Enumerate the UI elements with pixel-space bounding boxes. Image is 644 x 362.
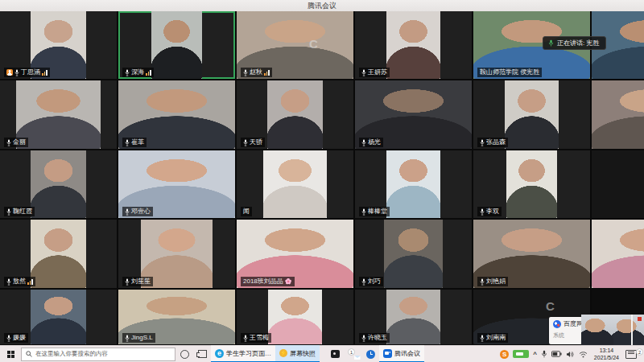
participant-video [267,80,324,149]
participant-video [386,150,440,218]
participant-name-label: 刘巧 [359,277,383,286]
participant-name: 赵秋 [250,68,262,77]
taskbar-app-clock[interactable] [361,346,379,362]
mic-icon [6,139,11,146]
participant-name-label: 鞍山师范学院 侯宪胜 [477,68,542,77]
battery-widget-icon[interactable] [513,350,529,358]
participant-video [268,290,322,344]
meeting-app-label: 腾讯会议 [394,349,420,358]
participant-tile-敖然[interactable]: 敖然 [0,220,118,290]
task-view-icon [198,350,207,358]
mic-icon [548,39,554,47]
cortana-button[interactable] [175,346,193,362]
participant-tile-闻[interactable]: 闻 [237,150,355,220]
participant-name-label: 天骄 [241,138,265,147]
participant-tile-金丽[interactable]: 金丽 [0,80,118,150]
participant-name-label: 金丽 [4,138,28,147]
participant-name-label: 棒棒堂 [359,207,390,216]
participant-name: 闻 [243,207,250,216]
participant-tile-2018班刘晶晶[interactable]: 2018班刘晶晶🌸 [237,220,355,290]
taskbar-clock[interactable]: 13:14 2021/5/24 [592,347,621,361]
participant-tile[interactable] [592,150,644,220]
browser-app-label: 学生学习页面 - 联... [226,349,271,358]
network-icon[interactable] [579,351,588,358]
participant-tile-张晶森[interactable]: 张晶森 [473,80,592,150]
participant-name: 敖然 [13,277,26,286]
speaker-icon[interactable] [566,351,575,358]
battery-icon[interactable] [551,351,562,357]
participant-tile-深海[interactable]: 深海 [118,11,237,80]
participant-name: 刘笙笙 [131,277,151,286]
keyboard-icon[interactable] [625,350,637,359]
participant-tile-许晓玉[interactable]: 许晓玉 [355,290,473,346]
participant-tile-媛媛[interactable]: 媛媛 [0,290,118,346]
participant-tile-李双[interactable]: 李双 [473,150,592,220]
start-button[interactable] [0,346,21,362]
participant-tile-丁思涵[interactable]: 丁思涵 [0,11,118,80]
participant-video [592,80,644,149]
mic-icon [480,278,485,286]
participant-name: 鞠红霞 [13,207,32,216]
participant-video [16,80,100,149]
sogou-input-icon[interactable]: S [500,350,509,359]
search-placeholder: 在这里输入你要搜索的内容 [35,350,108,358]
participant-name: 鞍山师范学院 侯宪胜 [480,68,539,77]
taskbar-app-mail[interactable]: 1 [344,346,361,362]
participant-name: 金丽 [13,138,26,147]
participant-tile-JingS.L[interactable]: JingS.L [118,290,237,346]
mic-icon [361,208,366,216]
participant-name: 李双 [486,207,499,216]
participant-tile-刘巧[interactable]: 刘巧 [355,220,473,290]
mic-icon [125,139,130,146]
participant-tile[interactable] [592,80,644,150]
participant-name: JingS.L [131,333,153,343]
window-titlebar[interactable]: 腾讯会议 [0,0,644,11]
participant-tile-刘笙笙[interactable]: 刘笙笙 [118,220,237,290]
participant-name-label: JingS.L [122,333,155,343]
notification-badge: 2 [636,348,643,356]
mic-icon [480,335,485,342]
participant-video [31,220,87,288]
participant-name: 张晶森 [486,138,506,147]
participant-tile-邓壹心[interactable]: 邓壹心 [118,150,237,220]
participant-name: 2018班刘晶晶 [243,277,283,286]
participant-tile-天骄[interactable]: 天骄 [237,80,355,150]
participant-name-label: 敖然 [4,277,35,286]
taskbar-app-browser[interactable]: e 学生学习页面 - 联... [211,345,275,362]
participant-tile-赵秋[interactable]: C赵秋 [237,11,355,80]
participant-name-label: 2018班刘晶晶🌸 [241,277,295,286]
participant-video [384,220,443,288]
participant-name-label: 王雪梅 [241,333,271,343]
taskbar-app-screenshot[interactable]: ⚡ 屏幕快照 [275,345,320,362]
taskbar-app-tencent-meeting[interactable]: 腾讯会议 [379,345,424,362]
mic-icon [125,335,130,342]
participant-tile-杨光[interactable]: 杨光 [355,80,473,150]
participant-name-label: 深海 [122,68,154,77]
mic-icon [361,278,366,286]
participant-tile-崔革[interactable]: 崔革 [118,80,237,150]
participant-name-label: 许晓玉 [359,333,390,343]
participant-video [386,11,440,79]
participant-tile-王雪梅[interactable]: 王雪梅 [237,290,355,346]
participant-tile-王妍苏[interactable]: 王妍苏 [355,11,473,80]
task-view-button[interactable] [193,346,211,362]
participant-tile-棒棒堂[interactable]: 棒棒堂 [355,150,473,220]
participant-name-label: 李双 [477,207,502,216]
participant-video [31,150,87,218]
participant-name: 刘巧 [368,277,381,286]
thumbnail-logo-mark [638,317,642,321]
participant-tile-刘艳娟[interactable]: 刘艳娟 [473,220,592,290]
tray-expand-icon[interactable]: ^ [533,351,537,358]
microphone-tray-icon[interactable] [541,350,547,359]
video-thumbnail[interactable] [581,315,644,347]
participant-name: 媛媛 [13,333,26,343]
taskbar-app-lock[interactable] [326,346,344,362]
participant-tile[interactable] [592,220,644,290]
participant-video [592,220,644,288]
host-icon [6,69,13,76]
participant-tile-鞠红霞[interactable]: 鞠红霞 [0,150,118,220]
participant-name-label: 崔革 [122,138,147,147]
tray-date: 2021/5/24 [594,354,619,361]
windows-taskbar: 在这里输入你要搜索的内容 e 学生学习页面 - 联... ⚡ 屏幕快照 1 腾讯… [0,345,644,362]
taskbar-search-input[interactable]: 在这里输入你要搜索的内容 [21,348,175,361]
